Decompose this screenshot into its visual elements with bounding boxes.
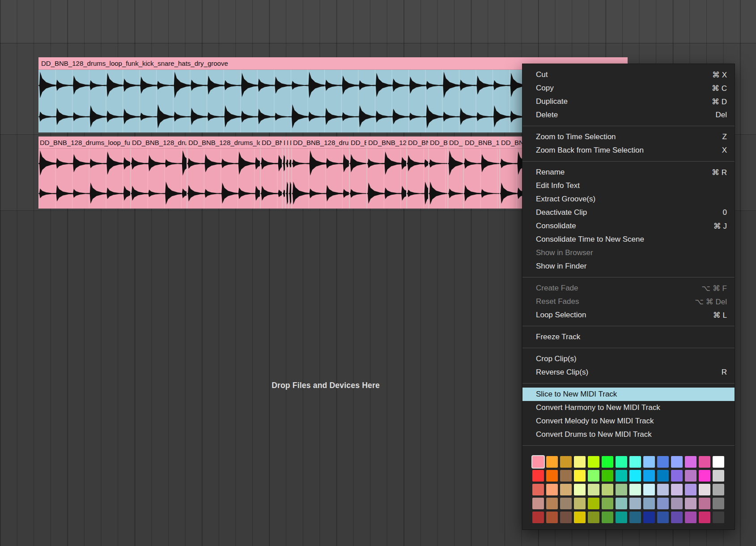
menu-item-zoom-to-time-selection[interactable]: Zoom to Time SelectionZ: [522, 130, 735, 144]
color-swatch[interactable]: [546, 512, 558, 523]
color-swatch[interactable]: [699, 484, 710, 495]
menu-item-edit-info-text[interactable]: Edit Info Text: [522, 179, 735, 192]
menu-item-cut[interactable]: Cut⌘ X: [522, 68, 735, 81]
color-swatch[interactable]: [532, 470, 544, 482]
audio-clip-slice[interactable]: DD_BNB_128_drums_loop_funk_kick_snare_ha…: [366, 136, 406, 209]
audio-clip-slice[interactable]: DD_BNB_128_drums_loop_funk_kick_snare_ha…: [288, 136, 291, 209]
menu-item-rename[interactable]: Rename⌘ R: [522, 166, 735, 179]
menu-item-show-in-finder[interactable]: Show in Finder: [522, 260, 735, 273]
audio-clip-slice[interactable]: DD_BNB_128_drums_loop_funk_kick_snare_ha…: [130, 136, 187, 209]
audio-clip-slice[interactable]: DD_BNB_128_drums_loop_funk_kick_snare_ha…: [285, 136, 288, 209]
color-swatch[interactable]: [546, 484, 558, 495]
color-swatch[interactable]: [699, 498, 710, 509]
color-swatch[interactable]: [671, 498, 683, 509]
color-swatch[interactable]: [602, 470, 613, 482]
menu-item-loop-selection[interactable]: Loop Selection⌘ L: [522, 308, 735, 322]
menu-item-reverse-clip-s[interactable]: Reverse Clip(s)R: [522, 366, 735, 379]
color-swatch[interactable]: [671, 470, 683, 482]
color-swatch[interactable]: [560, 456, 572, 468]
clip-header[interactable]: DD_BNB_128_drums_loop_funk_kick_snare_ha…: [463, 136, 499, 149]
clip-header[interactable]: DD_BNB_128_drums_loop_funk_kick_snare_ha…: [187, 136, 260, 149]
color-swatch[interactable]: [532, 498, 544, 509]
color-swatch[interactable]: [671, 484, 683, 495]
menu-item-convert-harmony-to-new-midi-track[interactable]: Convert Harmony to New MIDI Track: [522, 401, 735, 414]
color-swatch[interactable]: [574, 512, 586, 523]
color-swatch[interactable]: [699, 456, 710, 468]
menu-item-slice-to-new-midi-track[interactable]: Slice to New MIDI Track: [522, 388, 735, 401]
color-swatch[interactable]: [602, 456, 613, 468]
audio-clip-slice[interactable]: DD_BNB_128_drums_loop_funk_kick_snare_ha…: [463, 136, 499, 209]
color-swatch[interactable]: [713, 484, 724, 495]
menu-item-zoom-back-from-time-selection[interactable]: Zoom Back from Time SelectionX: [522, 144, 735, 157]
color-swatch[interactable]: [532, 512, 544, 523]
color-swatch[interactable]: [588, 512, 599, 523]
color-swatch[interactable]: [643, 470, 655, 482]
menu-item-copy[interactable]: Copy⌘ C: [522, 81, 735, 95]
color-swatch[interactable]: [685, 498, 697, 509]
color-swatch[interactable]: [546, 470, 558, 482]
color-swatch[interactable]: [657, 484, 669, 495]
menu-item-crop-clip-s[interactable]: Crop Clip(s): [522, 352, 735, 366]
menu-item-extract-groove-s[interactable]: Extract Groove(s): [522, 192, 735, 206]
audio-clip-slice[interactable]: DD_BNB_128_drums_loop_funk_kick_snare_ha…: [260, 136, 282, 209]
clip-header[interactable]: DD_BNB_128_drums_loop_funk_kick_snare_ha…: [407, 136, 428, 149]
color-swatch[interactable]: [616, 470, 627, 482]
clip-header[interactable]: DD_BNB_128_drums_loop_funk_kick_snare_ha…: [448, 136, 463, 149]
menu-item-convert-drums-to-new-midi-track[interactable]: Convert Drums to New MIDI Track: [522, 428, 735, 441]
color-swatch[interactable]: [629, 484, 641, 495]
color-swatch[interactable]: [685, 456, 697, 468]
color-swatch[interactable]: [546, 456, 558, 468]
color-swatch[interactable]: [657, 498, 669, 509]
clip-header[interactable]: DD_BNB_128_drums_loop_funk_kick_snare_ha…: [131, 136, 187, 149]
color-swatch[interactable]: [588, 470, 599, 482]
color-swatch[interactable]: [643, 484, 655, 495]
color-swatch[interactable]: [629, 512, 641, 523]
color-swatch[interactable]: [602, 484, 613, 495]
color-swatch[interactable]: [643, 456, 655, 468]
color-swatch[interactable]: [616, 456, 627, 468]
clip-header[interactable]: DD_BNB_128_drums_loop_funk_kick_snare_ha…: [349, 136, 366, 149]
color-swatch[interactable]: [574, 470, 586, 482]
menu-item-convert-melody-to-new-midi-track[interactable]: Convert Melody to New MIDI Track: [522, 414, 735, 428]
color-swatch[interactable]: [602, 512, 613, 523]
color-swatch[interactable]: [546, 498, 558, 509]
audio-clip-slice[interactable]: DD_BNB_128_drums_loop_funk_kick_snare_ha…: [447, 136, 463, 209]
audio-clip-slice[interactable]: DD_BNB_128_drums_loop_funk_kick_snare_ha…: [282, 136, 285, 209]
menu-item-consolidate[interactable]: Consolidate⌘ J: [522, 219, 735, 233]
color-swatch[interactable]: [532, 456, 544, 468]
color-swatch[interactable]: [629, 456, 641, 468]
color-swatch[interactable]: [574, 498, 586, 509]
color-swatch[interactable]: [588, 456, 599, 468]
audio-clip-slice[interactable]: DD_BNB_128_drums_loop_funk_kick_snare_ha…: [187, 136, 260, 209]
color-swatch[interactable]: [643, 498, 655, 509]
audio-clip-slice[interactable]: DD_BNB_128_drums_loop_funk_kick_snare_ha…: [428, 136, 447, 209]
color-swatch[interactable]: [657, 456, 669, 468]
audio-clip-slice[interactable]: DD_BNB_128_drums_loop_funk_kick_snare_ha…: [349, 136, 366, 209]
color-swatch[interactable]: [616, 512, 627, 523]
color-swatch[interactable]: [713, 470, 724, 482]
color-swatch[interactable]: [685, 512, 697, 523]
clip-header[interactable]: DD_BNB_128_drums_loop_funk_kick_snare_ha…: [260, 136, 282, 149]
color-swatch[interactable]: [671, 512, 683, 523]
color-swatch[interactable]: [560, 470, 572, 482]
color-swatch[interactable]: [532, 484, 544, 495]
color-swatch[interactable]: [685, 470, 697, 482]
color-swatch[interactable]: [560, 512, 572, 523]
color-swatch[interactable]: [699, 512, 710, 523]
menu-item-duplicate[interactable]: Duplicate⌘ D: [522, 95, 735, 108]
color-swatch[interactable]: [560, 498, 572, 509]
menu-item-freeze-track[interactable]: Freeze Track: [522, 330, 735, 344]
color-swatch[interactable]: [713, 512, 724, 523]
clip-header[interactable]: DD_BNB_128_drums_loop_funk_kick_snare_ha…: [429, 136, 447, 149]
color-swatch[interactable]: [713, 498, 724, 509]
color-swatch[interactable]: [657, 470, 669, 482]
color-swatch[interactable]: [657, 512, 669, 523]
color-swatch[interactable]: [560, 484, 572, 495]
color-swatch[interactable]: [588, 484, 599, 495]
color-swatch[interactable]: [616, 498, 627, 509]
color-swatch[interactable]: [699, 470, 710, 482]
color-swatch[interactable]: [713, 456, 724, 468]
clip-header[interactable]: DD_BNB_128_drums_loop_funk_kick_snare_ha…: [292, 136, 349, 149]
color-swatch[interactable]: [574, 484, 586, 495]
clip-header[interactable]: DD_BNB_128_drums_loop_funk_kick_snare_ha…: [38, 136, 130, 149]
